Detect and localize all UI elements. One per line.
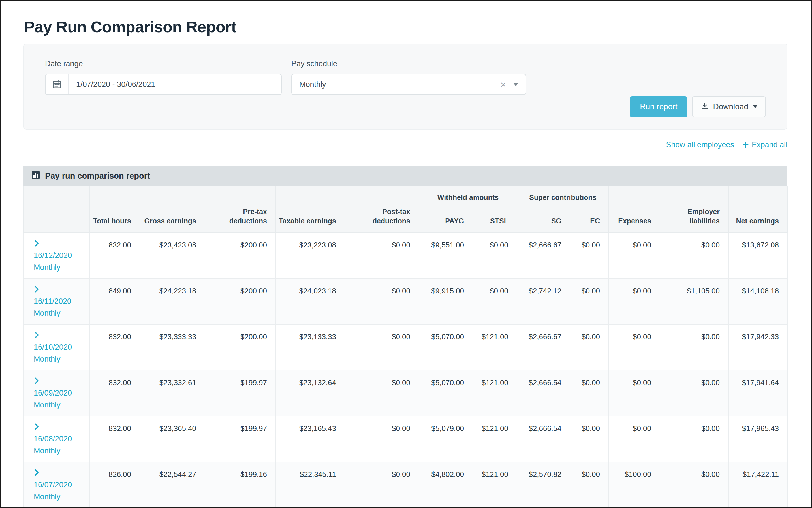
expand-all-control[interactable]: + Expand all: [743, 139, 787, 150]
value-cell: $13,672.08: [728, 232, 788, 278]
report-caption-bar: Pay run comparison report: [24, 166, 787, 186]
value-cell: $14,108.18: [728, 278, 788, 324]
pay-schedule-group: Pay schedule Monthly ×: [291, 59, 526, 95]
value-cell: $9,915.00: [419, 278, 473, 324]
column-header-employer-liabilities: Employer liabilities: [660, 186, 728, 232]
payrun-date-link[interactable]: 16/11/2020: [34, 296, 86, 307]
page: Pay Run Comparison Report Date range: [1, 17, 811, 508]
expand-chevron-icon[interactable]: [34, 240, 86, 247]
column-header-stsl: STSL: [473, 210, 517, 232]
value-cell: $4,802.00: [419, 462, 473, 508]
value-cell: $0.00: [660, 462, 728, 508]
payrun-date-link[interactable]: 16/12/2020: [34, 250, 86, 262]
value-cell: $0.00: [345, 462, 419, 508]
value-cell: $121.00: [473, 416, 517, 462]
run-report-button[interactable]: Run report: [630, 96, 687, 117]
value-cell: 832.00: [89, 232, 140, 278]
value-cell: $23,332.61: [140, 370, 205, 416]
value-cell: $17,942.33: [728, 324, 788, 370]
value-cell: $199.97: [205, 416, 276, 462]
column-header-total-hours: Total hours: [89, 186, 140, 232]
value-cell: $0.00: [473, 278, 517, 324]
value-cell: $2,742.12: [517, 278, 570, 324]
payrun-cell: 16/10/2020 Monthly: [24, 324, 89, 370]
pay-schedule-value: Monthly: [299, 80, 500, 89]
value-cell: $0.00: [660, 370, 728, 416]
payrun-schedule-link[interactable]: Monthly: [34, 307, 86, 320]
value-cell: $1,105.00: [660, 278, 728, 324]
column-header-pretax-deductions: Pre-tax deductions: [205, 186, 276, 232]
payrun-comparison-table: Total hours Gross earnings Pre-tax deduc…: [24, 186, 788, 508]
value-cell: 832.00: [89, 416, 140, 462]
value-cell: $0.00: [570, 416, 609, 462]
value-cell: 832.00: [89, 370, 140, 416]
table-actions: Show all employees + Expand all: [24, 139, 787, 150]
expand-chevron-icon[interactable]: [34, 423, 86, 430]
expand-chevron-icon[interactable]: [34, 469, 86, 476]
value-cell: $17,422.11: [728, 462, 788, 508]
date-range-field[interactable]: [45, 74, 282, 95]
payrun-date-link[interactable]: 16/10/2020: [34, 341, 86, 353]
table-row: 16/11/2020 Monthly 849.00$24,223.18$200.…: [24, 278, 788, 324]
report-caption-text: Pay run comparison report: [45, 171, 150, 181]
value-cell: $199.16: [205, 462, 276, 508]
date-range-group: Date range: [45, 59, 282, 95]
value-cell: 849.00: [89, 278, 140, 324]
filter-panel: Date range: [24, 44, 787, 130]
value-cell: $121.00: [473, 370, 517, 416]
payrun-schedule-link[interactable]: Monthly: [34, 491, 86, 503]
payrun-cell: 16/08/2020 Monthly: [24, 416, 89, 462]
value-cell: $23,333.33: [140, 324, 205, 370]
payrun-schedule-link[interactable]: Monthly: [34, 353, 86, 365]
value-cell: $0.00: [660, 324, 728, 370]
pay-schedule-select[interactable]: Monthly ×: [291, 74, 526, 95]
payrun-date-link[interactable]: 16/09/2020: [34, 387, 86, 399]
page-title: Pay Run Comparison Report: [24, 17, 787, 36]
value-cell: $5,070.00: [419, 370, 473, 416]
chevron-down-icon[interactable]: [513, 83, 518, 86]
value-cell: $5,079.00: [419, 416, 473, 462]
column-header-expenses: Expenses: [609, 186, 660, 232]
value-cell: $100.00: [609, 462, 660, 508]
payrun-schedule-link[interactable]: Monthly: [34, 445, 86, 457]
payrun-schedule-link[interactable]: Monthly: [34, 262, 86, 273]
expand-chevron-icon[interactable]: [34, 286, 86, 293]
value-cell: $23,165.43: [276, 416, 345, 462]
table-row: 16/09/2020 Monthly 832.00$23,332.61$199.…: [24, 370, 788, 416]
value-cell: $23,223.08: [276, 232, 345, 278]
expand-chevron-icon[interactable]: [34, 377, 86, 385]
column-header-empty: [24, 186, 89, 232]
value-cell: $121.00: [473, 462, 517, 508]
value-cell: $22,544.27: [140, 462, 205, 508]
column-header-net-earnings: Net earnings: [728, 186, 788, 232]
expand-chevron-icon[interactable]: [34, 331, 86, 339]
clear-icon[interactable]: ×: [500, 80, 506, 89]
value-cell: $0.00: [570, 462, 609, 508]
value-cell: $0.00: [660, 232, 728, 278]
value-cell: $23,132.64: [276, 370, 345, 416]
value-cell: $2,666.67: [517, 324, 570, 370]
expand-all-link[interactable]: Expand all: [752, 140, 787, 149]
payrun-date-link[interactable]: 16/08/2020: [34, 433, 86, 445]
download-icon: [700, 102, 709, 112]
value-cell: $23,423.08: [140, 232, 205, 278]
value-cell: $0.00: [570, 278, 609, 324]
value-cell: $0.00: [609, 278, 660, 324]
value-cell: $200.00: [205, 324, 276, 370]
download-button[interactable]: Download: [692, 96, 766, 117]
date-range-input[interactable]: [69, 80, 281, 89]
value-cell: $23,365.40: [140, 416, 205, 462]
report-icon: [32, 170, 40, 181]
show-all-employees-link[interactable]: Show all employees: [666, 140, 734, 149]
table-row: 16/08/2020 Monthly 832.00$23,365.40$199.…: [24, 416, 788, 462]
report-table-body: 16/12/2020 Monthly 832.00$23,423.08$200.…: [24, 232, 788, 508]
value-cell: $17,965.43: [728, 416, 788, 462]
value-cell: $199.97: [205, 370, 276, 416]
payrun-date-link[interactable]: 16/07/2020: [34, 479, 86, 491]
value-cell: $0.00: [345, 324, 419, 370]
value-cell: $0.00: [609, 324, 660, 370]
payrun-cell: 16/11/2020 Monthly: [24, 278, 89, 324]
payrun-schedule-link[interactable]: Monthly: [34, 399, 86, 411]
value-cell: $200.00: [205, 232, 276, 278]
value-cell: $17,941.64: [728, 370, 788, 416]
